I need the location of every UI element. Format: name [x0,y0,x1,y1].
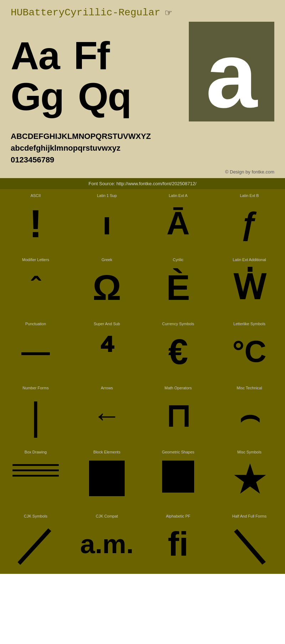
dark-section: Font Source: http://www.fontke.com/font/… [0,178,285,574]
glyphs-grid: ASCII ! Latin 1 Sup ı Latin Ext A Ā Lati… [0,189,285,574]
glyph-blockelements: Block Elements [71,446,142,510]
char-cjkcompat: a.m. [80,521,134,567]
label-greek: Greek [102,258,112,262]
char-geoshapes [162,461,194,493]
preview-letter-aa: Aa [11,36,59,75]
char-letterlike: °C [232,329,266,374]
label-latin1sup: Latin 1 Sup [97,193,117,198]
char-greek: Ω [93,265,121,310]
glyph-latinextadd: Latin Ext Additional Ẇ [214,253,285,317]
glyph-misctech: Misc Technical ⌢ [214,381,285,446]
preview-area: Aa Ff Gg Qq a [11,22,274,121]
label-alphabeticpf: Alphabetic PF [166,514,190,518]
glyph-modifier: Modifier Letters ˆ [0,253,71,317]
char-latinexta: Ā [167,201,190,246]
copyright: © Design by fontke.com [0,167,285,178]
char-alphabeticpf: ﬁ [168,521,188,567]
char-punctuation: — [3,329,68,374]
glyph-cjksymbols: CJK Symbols ／ [0,510,71,574]
glyph-halffullfoms: Half And Full Forms ＼ [214,510,285,574]
alphabet-lower: abcdefghijklmnopqrstuvwxyz [11,142,274,154]
glyph-cyrilic: Cyrilic È [142,253,214,317]
alphabet-digits: 0123456789 [11,154,274,166]
char-arrows: ← [93,393,121,438]
label-latinexta: Latin Ext A [169,193,188,198]
glyph-latinexta: Latin Ext A Ā [142,189,214,253]
char-latinextadd: Ẇ [233,265,266,310]
font-title-row: HUBatteryCyrillic-Regular ☞ [11,7,274,18]
glyph-greek: Greek Ω [71,253,142,317]
glyph-latinextb: Latin Ext B ƒ [214,189,285,253]
label-halffullfoms: Half And Full Forms [232,514,267,518]
glyph-cjkcompat: CJK Compat a.m. [71,510,142,574]
glyph-latin1sup: Latin 1 Sup ı [71,189,142,253]
char-ascii: ! [29,201,42,246]
char-mathop: ⊓ [166,393,191,438]
alphabet-upper: ABCDEFGHIJKLMNOPQRSTUVWXYZ [11,130,274,142]
glyph-supersub: Super And Sub ⁴ [71,317,142,381]
preview-letter-gg: Gg [11,77,64,116]
label-modifier: Modifier Letters [22,258,49,262]
large-a-background: a [189,22,274,121]
char-currency: € [168,329,188,374]
label-mathop: Math Operators [165,386,192,390]
char-blockelements [89,461,125,496]
char-cjksymbols: ／ [16,521,55,567]
char-misctech: ⌢ [239,393,260,438]
glyph-ascii: ASCII ! [0,189,71,253]
char-boxdrawing [12,464,59,477]
label-ascii: ASCII [31,193,41,198]
alphabet-section: ABCDEFGHIJKLMNOPQRSTUVWXYZ abcdefghijklm… [0,125,285,167]
glyph-currency: Currency Symbols € [142,317,214,381]
glyph-numberforms: Number Forms | [0,381,71,446]
label-misctech: Misc Technical [237,386,262,390]
label-currency: Currency Symbols [162,322,194,326]
label-boxdrawing: Box Drawing [25,450,47,454]
char-modifier: ˆ [31,265,41,310]
label-miscsymbols: Misc Symbols [237,450,261,454]
glyph-boxdrawing: Box Drawing [0,446,71,510]
glyph-miscsymbols: Misc Symbols ★ [214,446,285,510]
label-latinextadd: Latin Ext Additional [233,258,266,262]
preview-letter-qq: Qq [78,77,131,116]
char-latinextb: ƒ [240,201,258,246]
label-numberforms: Number Forms [22,386,48,390]
label-arrows: Arrows [101,386,113,390]
preview-letter-ff: Ff [74,36,109,75]
label-punctuation: Punctuation [25,322,46,326]
glyph-letterlike: Letterlike Symbols °C [214,317,285,381]
label-blockelements: Block Elements [93,450,120,454]
label-supersub: Super And Sub [94,322,120,326]
label-cjkcompat: CJK Compat [96,514,118,518]
label-cjksymbols: CJK Symbols [24,514,47,518]
char-supersub: ⁴ [100,329,114,374]
large-a-char: a [206,29,258,121]
label-geoshapes: Geometric Shapes [162,450,194,454]
label-latinextb: Latin Ext B [240,193,259,198]
glyph-alphabeticpf: Alphabetic PF ﬁ [142,510,214,574]
char-cyrilic: È [166,265,190,310]
hand-icon: ☞ [165,8,172,18]
label-cyrilic: Cyrilic [173,258,183,262]
char-miscsymbols: ★ [233,457,265,503]
glyph-punctuation: Punctuation — [0,317,71,381]
glyph-geoshapes: Geometric Shapes [142,446,214,510]
glyph-arrows: Arrows ← [71,381,142,446]
char-halffullfoms: ＼ [230,521,269,567]
font-source-bar: Font Source: http://www.fontke.com/font/… [0,178,285,189]
font-title: HUBatteryCyrillic-Regular [11,7,160,18]
char-numberforms: | [31,393,41,438]
char-latin1sup: ı [102,201,111,246]
label-letterlike: Letterlike Symbols [233,322,265,326]
glyph-mathop: Math Operators ⊓ [142,381,214,446]
